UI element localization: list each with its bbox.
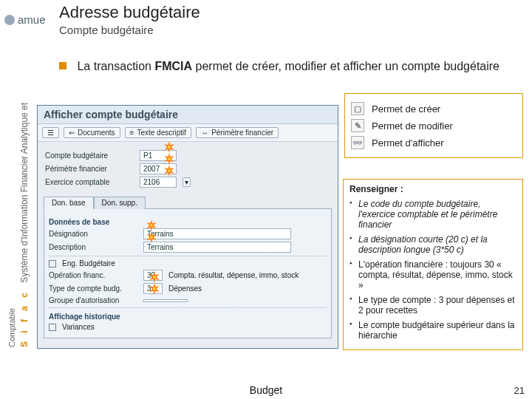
operation-text: Compta. résultat, dépense, immo, stock bbox=[168, 271, 299, 279]
text-icon: ≡ bbox=[130, 129, 134, 137]
field-label: Description bbox=[49, 243, 137, 251]
footer-center: Budget bbox=[250, 384, 282, 396]
doc-icon: ⇐ bbox=[69, 129, 75, 137]
legend-box: ▢ Permet de créer ✎ Permet de modifier 👓… bbox=[344, 93, 523, 158]
toolbar-label: Périmètre financier bbox=[211, 129, 273, 137]
field-label: Eng. Budgétaire bbox=[62, 259, 115, 267]
variances-checkbox[interactable] bbox=[49, 324, 56, 331]
intro-code: FMCIA bbox=[154, 60, 192, 72]
sap-header-form: Compte budgétaire P1 Périmètre financier… bbox=[38, 142, 338, 196]
legend-label: Permet de modifier bbox=[372, 120, 453, 132]
compte-input[interactable]: P1 bbox=[140, 150, 177, 161]
legend-row-modify: ✎ Permet de modifier bbox=[351, 119, 516, 132]
legend-label: Permet d'afficher bbox=[372, 137, 444, 149]
intro-post: permet de créer, modifier et afficher un… bbox=[196, 60, 499, 72]
swap-icon: ↔ bbox=[201, 129, 208, 137]
callout-text: Le compte budgétaire supérieur dans la h… bbox=[358, 320, 514, 341]
field-label: Compte budgétaire bbox=[45, 151, 134, 160]
groupe-input[interactable] bbox=[143, 299, 188, 302]
callout-text: L'opération financière : toujours 30 « c… bbox=[358, 259, 513, 290]
toolbar-label: Texte descriptif bbox=[137, 129, 186, 137]
eng-checkbox[interactable] bbox=[49, 260, 56, 267]
sap-toolbar: ☰ ⇐ Documents ≡ Texte descriptif ↔ Périm… bbox=[38, 124, 338, 142]
edit-icon: ✎ bbox=[351, 119, 364, 132]
sidebar-vertical: S i f a c Système d'Information Financie… bbox=[19, 103, 30, 347]
page-title: Adresse budgétaire bbox=[59, 3, 200, 22]
sifac-label: S i f a c bbox=[19, 290, 30, 347]
bullet-icon bbox=[59, 62, 66, 69]
callout-item: Le type de compte : 3 pour dépenses et 2… bbox=[349, 295, 516, 316]
description-input[interactable]: Terrains bbox=[143, 242, 291, 253]
legend-label: Permet de créer bbox=[372, 103, 440, 115]
field-label: Type de compte budg. bbox=[49, 284, 137, 293]
logo-ball-icon bbox=[4, 15, 15, 25]
callout-item: L'opération financière : toujours 30 « c… bbox=[349, 259, 516, 290]
callout-text: Le type de compte : 3 pour dépenses et 2… bbox=[358, 295, 514, 316]
search-help-button[interactable]: ▾ bbox=[183, 177, 191, 187]
sidebar-vertical-2: Comptable bbox=[7, 308, 16, 347]
field-label: Opération financ. bbox=[49, 271, 137, 279]
field-label: Exercice comptable bbox=[45, 178, 134, 186]
field-label: Variances bbox=[62, 323, 95, 331]
sap-window: Afficher compte budgétaire ☰ ⇐ Documents… bbox=[37, 105, 338, 349]
field-label: Périmètre financier bbox=[45, 165, 134, 173]
field-label: Désignation bbox=[49, 230, 137, 238]
brand-logo: amue bbox=[4, 13, 46, 26]
section-header: Données de base bbox=[49, 218, 327, 226]
toolbar-button-nav[interactable]: ☰ bbox=[42, 127, 59, 138]
intro-text: La transaction FMCIA permet de créer, mo… bbox=[59, 59, 525, 74]
callout-item: La désignation courte (20 c) et la descr… bbox=[349, 234, 516, 255]
brand-name: amue bbox=[18, 13, 46, 26]
sap-title: Afficher compte budgétaire bbox=[38, 106, 338, 124]
callout-item: Le compte budgétaire supérieur dans la h… bbox=[349, 320, 516, 341]
toolbar-button-perimeter[interactable]: ↔ Périmètre financier bbox=[196, 127, 279, 138]
callout-title: Renseigner : bbox=[349, 184, 516, 194]
page-subtitle: Compte budgétaire bbox=[59, 24, 154, 36]
view-icon: 👓 bbox=[351, 136, 364, 149]
toolbar-label: Documents bbox=[78, 129, 115, 137]
intro-pre: La transaction bbox=[77, 60, 154, 72]
nav-icon: ☰ bbox=[47, 129, 54, 137]
sap-tabbar: Don. base Don. supp. bbox=[38, 196, 338, 208]
designation-input[interactable]: Terrains bbox=[143, 228, 291, 239]
page-number: 21 bbox=[514, 385, 525, 396]
perimetre-input[interactable]: 2007 bbox=[140, 163, 177, 174]
legend-row-display: 👓 Permet d'afficher bbox=[351, 136, 516, 149]
sifac-expansion: Système d'Information Financier Analytiq… bbox=[19, 103, 30, 283]
create-icon: ▢ bbox=[351, 102, 364, 115]
callout-box: Renseigner : Le code du compte budgétair… bbox=[343, 179, 523, 350]
legend-row-create: ▢ Permet de créer bbox=[351, 102, 516, 115]
exercice-input[interactable]: 2106 bbox=[140, 177, 177, 188]
field-label: Groupe d'autorisation bbox=[49, 296, 137, 304]
operation-input[interactable]: 30 bbox=[143, 270, 163, 281]
sap-panel: Données de base Désignation Terrains Des… bbox=[44, 208, 332, 338]
section-header: Affichage historique bbox=[49, 313, 327, 321]
type-compte-input[interactable]: 3 bbox=[143, 283, 163, 294]
tab-don-base[interactable]: Don. base bbox=[44, 197, 94, 209]
callout-item: Le code du compte budgétaire, l'exercice… bbox=[349, 199, 516, 230]
tab-don-supp[interactable]: Don. supp. bbox=[94, 197, 146, 209]
toolbar-button-text[interactable]: ≡ Texte descriptif bbox=[125, 127, 192, 138]
type-compte-text: Dépenses bbox=[168, 284, 202, 293]
toolbar-button-documents[interactable]: ⇐ Documents bbox=[64, 127, 120, 138]
